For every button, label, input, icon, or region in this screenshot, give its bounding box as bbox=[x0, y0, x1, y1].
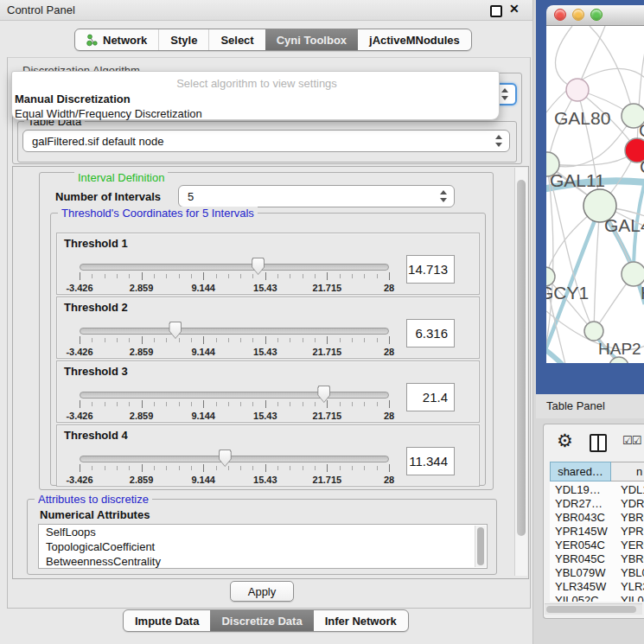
threshold-4-label: Threshold 4 bbox=[64, 429, 128, 442]
threshold-3-panel: Threshold 3 -3.4262.8599.14415.4321.7152… bbox=[56, 360, 480, 423]
table-row[interactable]: YBL079WYBL0 bbox=[550, 566, 644, 580]
numerical-attributes-label: Numerical Attributes bbox=[40, 508, 150, 521]
slider-ticks bbox=[80, 272, 389, 282]
settings-vertical-scrollbar[interactable] bbox=[514, 168, 527, 576]
table-row[interactable]: YIL052CYIL0 bbox=[550, 594, 644, 602]
apply-button[interactable]: Apply bbox=[230, 581, 294, 602]
slider-track bbox=[80, 264, 389, 271]
slider-tick-labels: -3.4262.8599.14415.4321.71528 bbox=[80, 475, 389, 485]
node-label: C bbox=[640, 156, 644, 176]
node-label: H bbox=[641, 283, 644, 303]
thresholds-group-title: Threshold's Coordinates for 5 Intervals bbox=[58, 207, 258, 220]
control-panel-tabs: Network Style Select Cyni Toolbox jActiv… bbox=[74, 29, 472, 51]
number-of-intervals-combobox[interactable]: 5 bbox=[178, 185, 455, 207]
slider-tick-labels: -3.4262.8599.14415.4321.71528 bbox=[80, 283, 389, 293]
split-columns-icon[interactable] bbox=[590, 434, 607, 452]
attributes-group-title: Attributes to discretize bbox=[35, 493, 152, 506]
table-row[interactable]: YLR345WYLR3 bbox=[550, 580, 644, 594]
table-row[interactable]: YDR27…YDR2 bbox=[550, 497, 644, 511]
threshold-2-slider[interactable]: -3.4262.8599.14415.4321.71528 bbox=[80, 322, 389, 356]
combo-stepper-icon bbox=[440, 190, 448, 202]
thresholds-group: Threshold's Coordinates for 5 Intervals … bbox=[50, 213, 486, 486]
table-row[interactable]: YDL19…YDL1 bbox=[550, 483, 644, 497]
node-label: GAL80 bbox=[554, 108, 610, 128]
control-panel: Control Panel ✕ Network Style Select Cyn… bbox=[0, 0, 532, 644]
threshold-3-value-field[interactable] bbox=[406, 383, 455, 411]
network-node[interactable] bbox=[609, 357, 628, 363]
network-node[interactable] bbox=[566, 79, 589, 101]
table-rows: YDL19…YDL1 YDR27…YDR2 YBR043CYBR0 YPR145… bbox=[550, 483, 644, 602]
column-header-name[interactable]: n bbox=[611, 462, 644, 481]
numerical-attributes-list[interactable]: SelfLoops TopologicalCoefficient Between… bbox=[38, 524, 488, 569]
window-close-icon[interactable] bbox=[554, 9, 566, 21]
threshold-4-panel: Threshold 4 -3.4262.8599.14415.4321.7152… bbox=[56, 424, 480, 487]
list-item[interactable]: BetweennessCentrality bbox=[39, 554, 487, 569]
scrollbar-thumb[interactable] bbox=[546, 606, 636, 613]
slider-track bbox=[80, 392, 389, 399]
threshold-2-value-field[interactable] bbox=[406, 319, 455, 348]
table-data-selected: galFiltered.sif default node bbox=[32, 135, 163, 148]
tab-network[interactable]: Network bbox=[75, 29, 158, 50]
network-node[interactable] bbox=[584, 322, 603, 341]
node-label: GAL11 bbox=[550, 170, 605, 190]
tab-impute-data[interactable]: Impute Data bbox=[124, 610, 210, 631]
slider-tick-labels: -3.4262.8599.14415.4321.71528 bbox=[80, 411, 389, 421]
threshold-4-value-field[interactable] bbox=[406, 447, 455, 475]
threshold-1-panel: Threshold 1 -3.4262.8599.14415.4321.7152… bbox=[56, 233, 480, 295]
slider-ticks bbox=[80, 336, 389, 346]
table-horizontal-scrollbar[interactable] bbox=[545, 603, 642, 615]
scrollbar-thumb[interactable] bbox=[517, 180, 526, 536]
control-panel-titlebar: Control Panel ✕ bbox=[0, 0, 532, 21]
threshold-2-panel: Threshold 2 -3.4262.8599.14415.4321.7152… bbox=[56, 296, 480, 359]
node-table[interactable]: shared… n YDL19…YDL1 YDR27…YDR2 YBR043CY… bbox=[550, 462, 644, 602]
tab-infer-network[interactable]: Infer Network bbox=[314, 610, 408, 631]
column-header-shared-name[interactable]: shared… bbox=[550, 462, 611, 481]
list-scrollbar[interactable] bbox=[475, 526, 486, 567]
screen: Control Panel ✕ Network Style Select Cyn… bbox=[0, 0, 644, 644]
slider-ticks bbox=[80, 464, 389, 474]
tab-jactivemnodules[interactable]: jActiveMNodules bbox=[358, 29, 471, 50]
list-item[interactable]: TopologicalCoefficient bbox=[39, 539, 487, 554]
tab-discretize-data[interactable]: Discretize Data bbox=[210, 610, 313, 631]
close-icon[interactable]: ✕ bbox=[509, 2, 520, 16]
checkbox-icons[interactable]: ☑☑ bbox=[622, 434, 641, 447]
panel-title: Control Panel bbox=[7, 3, 75, 16]
dropdown-option-manual[interactable]: Manual Discretization bbox=[12, 92, 499, 106]
algorithm-settings-panel: Interval Definition Number of Intervals … bbox=[12, 166, 529, 579]
table-header-row: shared… n bbox=[550, 462, 644, 482]
tab-network-label: Network bbox=[103, 34, 147, 47]
table-row[interactable]: YBR045CYBR0 bbox=[550, 552, 644, 566]
table-row[interactable]: YBR043CYBR0 bbox=[550, 511, 644, 525]
number-of-intervals-value: 5 bbox=[188, 190, 194, 203]
tab-select[interactable]: Select bbox=[208, 29, 265, 50]
slider-ticks bbox=[80, 400, 389, 410]
threshold-3-label: Threshold 3 bbox=[64, 365, 128, 378]
window-zoom-icon[interactable] bbox=[590, 9, 603, 21]
list-item[interactable]: SelfLoops bbox=[39, 525, 487, 539]
table-row[interactable]: YER054CYER0 bbox=[550, 539, 644, 552]
dropdown-placeholder: Select algorithm to view settings bbox=[12, 72, 499, 92]
float-window-icon[interactable] bbox=[490, 5, 502, 17]
table-panel-header: Table Panel bbox=[536, 394, 644, 418]
interval-definition-title: Interval Definition bbox=[74, 171, 168, 184]
network-icon bbox=[86, 34, 98, 47]
node-label: GAL4 bbox=[604, 215, 644, 235]
number-of-intervals-label: Number of Intervals bbox=[55, 190, 161, 203]
threshold-1-label: Threshold 1 bbox=[64, 237, 128, 250]
threshold-1-slider[interactable]: -3.4262.8599.14415.4321.71528 bbox=[80, 258, 389, 292]
slider-tick-labels: -3.4262.8599.14415.4321.71528 bbox=[80, 347, 389, 357]
network-canvas[interactable]: GAL80GACGAL11GAL4GCY1HHAP2 bbox=[546, 26, 644, 363]
threshold-3-slider[interactable]: -3.4262.8599.14415.4321.71528 bbox=[80, 386, 389, 420]
dropdown-option-equal-width[interactable]: Equal Width/Frequency Discretization bbox=[12, 106, 499, 121]
threshold-4-slider[interactable]: -3.4262.8599.14415.4321.71528 bbox=[80, 450, 389, 484]
table-row[interactable]: YPR145WYPR1 bbox=[550, 525, 644, 539]
attributes-group: Attributes to discretize Numerical Attri… bbox=[27, 499, 497, 575]
threshold-1-value-field[interactable] bbox=[406, 255, 455, 284]
gear-icon[interactable]: ⚙ bbox=[557, 430, 573, 451]
window-minimize-icon[interactable] bbox=[572, 9, 584, 21]
table-panel-toolbar: ⚙ ☑☑ bbox=[550, 429, 644, 458]
table-data-combobox[interactable]: galFiltered.sif default node bbox=[22, 130, 510, 152]
tab-style[interactable]: Style bbox=[158, 29, 208, 50]
slider-track bbox=[80, 456, 389, 462]
tab-cyni-toolbox[interactable]: Cyni Toolbox bbox=[265, 29, 358, 50]
